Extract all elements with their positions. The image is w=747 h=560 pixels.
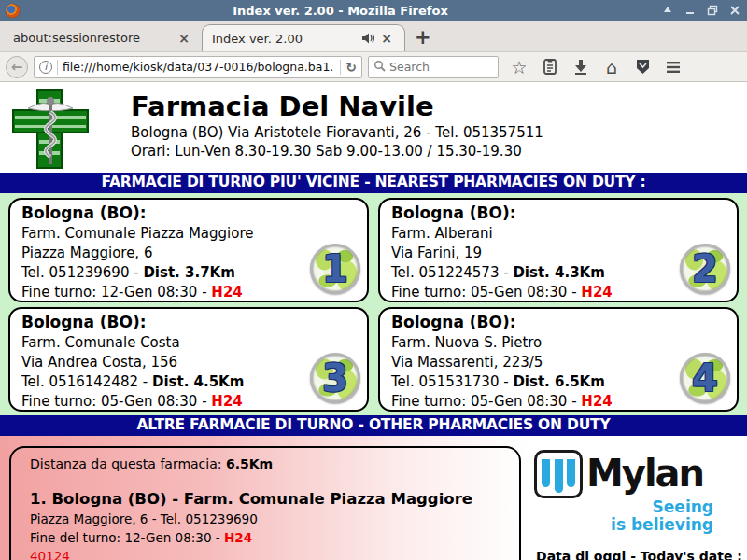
card-tel-dist: Tel. 051531730 - Dist. 6.5Km <box>391 372 726 392</box>
window-title: Index ver. 2.00 - Mozilla Firefox <box>20 4 661 18</box>
rank-badge: 3 <box>310 353 360 403</box>
tab-sessionrestore[interactable]: about:sessionrestore × <box>4 24 202 51</box>
search-icon <box>374 58 386 76</box>
url-text[interactable]: file:///home/kiosk/data/037-0016/bologna… <box>63 60 335 74</box>
nearest-pharmacies-grid: Bologna (BO): Farm. Comunale Piazza Magg… <box>0 193 747 415</box>
pharmacy-header: Farmacia Del Navile Bologna (BO) Via Ari… <box>0 82 747 173</box>
pharmacy-card-2: Bologna (BO): Farm. Alberani Via Farini,… <box>378 198 739 302</box>
tab-label: about:sessionrestore <box>13 31 176 45</box>
card-distance: Dist. 4.5Km <box>152 373 244 390</box>
new-tab-button[interactable]: + <box>405 26 441 51</box>
mylan-logo: Mylan <box>534 450 744 498</box>
card-name: Farm. Comunale Costa <box>21 333 356 353</box>
window-titlebar: Index ver. 2.00 - Mozilla Firefox <box>0 0 747 21</box>
pharmacy-name: Farmacia Del Navile <box>131 90 543 123</box>
card-city: Bologna (BO): <box>391 312 726 333</box>
card-street: Piazza Maggiore, 6 <box>21 244 356 263</box>
mylan-tagline-2: is believing <box>534 516 744 534</box>
window-close-icon[interactable] <box>728 4 741 17</box>
card-name: Farm. Nuova S. Pietro <box>391 333 726 353</box>
url-bar[interactable]: i file:///home/kiosk/data/037-0016/bolog… <box>34 56 362 78</box>
distance-value: 6.5Km <box>226 456 273 471</box>
h24-badge: H24 <box>581 284 612 301</box>
rank-badge: 1 <box>310 244 360 294</box>
distance-line: Distanza da questa farmacia: 6.5Km <box>30 456 508 471</box>
tab-label: Index ver. 2.00 <box>212 32 361 46</box>
pharmacy-card-1: Bologna (BO): Farm. Comunale Piazza Magg… <box>8 198 369 302</box>
site-info-icon[interactable]: i <box>39 61 52 74</box>
mylan-tagline-1: Seeing <box>534 498 744 516</box>
rank-badge: 2 <box>680 244 730 294</box>
pharmacy-hours: Orari: Lun-Ven 8.30-19.30 Sab 9.00-13.00… <box>131 142 543 161</box>
card-name: Farm. Alberani <box>391 224 726 244</box>
downloads-icon[interactable] <box>571 58 590 77</box>
window-shade-icon[interactable] <box>661 4 674 17</box>
home-icon[interactable]: ⌂ <box>602 58 621 77</box>
window-controls <box>661 4 741 17</box>
other-pharmacies-banner: ALTRE FARMACIE DI TURNO - OTHER PHARMACI… <box>0 415 747 436</box>
card-street: Via Andrea Costa, 156 <box>21 353 356 372</box>
card-distance: Dist. 3.7Km <box>143 264 234 281</box>
window-restore-icon[interactable] <box>706 4 719 17</box>
card-tel-dist: Tel. 051239690 - Dist. 3.7Km <box>21 263 356 283</box>
bookmark-star-icon[interactable]: ☆ <box>510 58 529 77</box>
sponsor-column: Mylan Seeing is believing Data di oggi -… <box>534 439 744 560</box>
firefox-logo-icon <box>6 4 20 18</box>
card-distance: Dist. 4.3Km <box>513 264 604 281</box>
card-name: Farm. Comunale Piazza Maggiore <box>21 224 356 244</box>
back-icon: ← <box>11 59 23 76</box>
card-street: Via Farini, 19 <box>391 244 726 263</box>
rank-number: 2 <box>692 250 718 287</box>
h24-badge: H24 <box>224 530 252 545</box>
card-shift: Fine turno: 05-Gen 08:30 - H24 <box>391 283 726 302</box>
navigation-toolbar: ← i file:///home/kiosk/data/037-0016/bol… <box>0 51 747 82</box>
back-button[interactable]: ← <box>6 56 28 78</box>
other-pharmacy-box: Distanza da questa farmacia: 6.5Km 1. Bo… <box>9 446 521 560</box>
other-entry-address: Piazza Maggiore, 6 - Tel. 051239690 <box>30 510 508 528</box>
tab-index[interactable]: Index ver. 2.00 × <box>202 24 405 51</box>
reload-icon[interactable]: ↻ <box>345 60 357 75</box>
other-entry-title: 1. Bologna (BO) - Farm. Comunale Piazza … <box>30 489 508 510</box>
todays-date-label: Data di oggi - Today's date : <box>534 549 744 560</box>
menu-icon[interactable] <box>664 58 683 77</box>
card-tel-dist: Tel. 0516142482 - Dist. 4.5Km <box>21 372 356 392</box>
toolbar-icons: ☆ ⌂ <box>510 58 683 77</box>
rank-badge: 4 <box>680 353 730 403</box>
search-input[interactable] <box>389 60 493 74</box>
other-pharmacies-section: Distanza da questa farmacia: 6.5Km 1. Bo… <box>0 436 747 560</box>
card-shift: Fine turno: 05-Gen 08:30 - H24 <box>21 392 356 412</box>
tab-bar: about:sessionrestore × Index ver. 2.00 ×… <box>0 21 747 51</box>
card-shift: Fine turno: 12-Gen 08:30 - H24 <box>21 283 356 302</box>
pharmacy-card-4: Bologna (BO): Farm. Nuova S. Pietro Via … <box>378 307 739 412</box>
card-city: Bologna (BO): <box>21 312 356 333</box>
tab-audio-icon[interactable] <box>361 33 374 44</box>
rank-number: 4 <box>692 359 718 397</box>
h24-badge: H24 <box>581 393 612 410</box>
card-street: Via Massarenti, 223/5 <box>391 353 726 372</box>
card-distance: Dist. 6.5Km <box>513 373 604 390</box>
nearest-pharmacies-banner: FARMACIE DI TURNO PIU' VICINE - NEAREST … <box>0 173 747 193</box>
rank-number: 3 <box>322 359 348 397</box>
rank-number: 1 <box>322 250 348 287</box>
h24-badge: H24 <box>211 284 242 301</box>
card-city: Bologna (BO): <box>21 203 356 224</box>
tab-close-icon[interactable]: × <box>378 31 395 46</box>
bookmarks-menu-icon[interactable] <box>541 58 559 77</box>
pharmacy-cross-logo <box>9 88 92 170</box>
pharmacy-card-3: Bologna (BO): Farm. Comunale Costa Via A… <box>8 307 369 412</box>
tab-close-icon[interactable]: × <box>176 31 192 46</box>
mylan-bars-icon <box>534 450 583 498</box>
pharmacy-address: Bologna (BO) Via Aristotele Fioravanti, … <box>131 123 543 142</box>
other-entry-shift: Fine del turno: 12-Gen 08:30 - H24 <box>30 528 508 547</box>
card-city: Bologna (BO): <box>391 203 726 224</box>
card-tel-dist: Tel. 051224573 - Dist. 4.3Km <box>391 263 726 283</box>
other-entry-cap: 40124 <box>30 547 508 560</box>
card-shift: Fine turno: 05-Gen 08:30 - H24 <box>391 392 726 412</box>
window-minimize-icon[interactable] <box>684 4 697 17</box>
shield-icon[interactable] <box>633 58 652 77</box>
search-bar[interactable] <box>368 56 499 78</box>
h24-badge: H24 <box>211 393 242 410</box>
mylan-wordmark: Mylan <box>586 450 703 497</box>
